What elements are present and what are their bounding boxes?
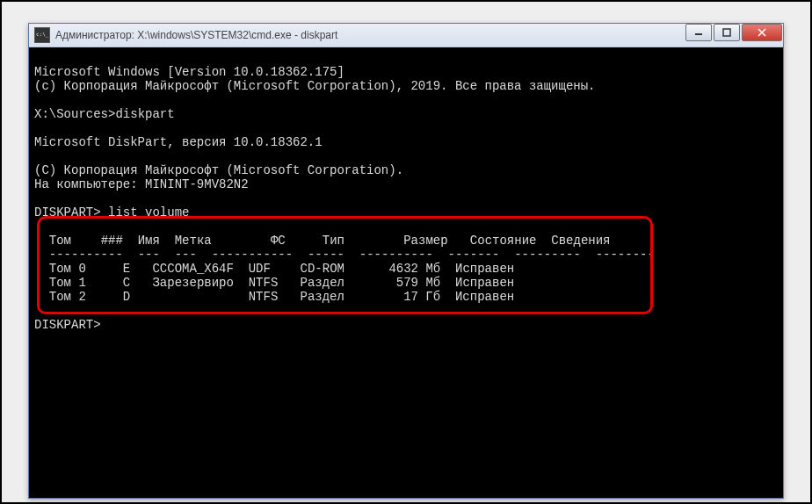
- col-fs: ФС: [271, 234, 286, 248]
- cmd-icon: [34, 27, 50, 43]
- titlebar-left: Администратор: X:\windows\SYSTEM32\cmd.e…: [34, 27, 337, 43]
- sep-info: --------: [596, 248, 655, 262]
- diskpart-computer: На компьютере: MININT-9MV82N2: [34, 177, 249, 191]
- col-info: Сведения: [551, 234, 610, 248]
- close-button[interactable]: [742, 24, 782, 41]
- sep-name: ---: [175, 248, 197, 262]
- close-icon: [758, 28, 766, 37]
- minimize-button[interactable]: [685, 24, 712, 41]
- diskpart-copyright: (C) Корпорация Майкрософт (Microsoft Cor…: [34, 163, 403, 177]
- diskpart-version: Microsoft DiskPart, версия 10.0.18362.1: [34, 135, 323, 149]
- sep-type: ----------: [359, 248, 433, 262]
- diskpart-prompt-2: DISKPART>: [34, 318, 101, 332]
- svg-rect-0: [695, 33, 702, 35]
- prompt-command: diskpart: [115, 107, 174, 121]
- table-row: Том 0 E CCCOMA_X64F UDF CD-ROM 4632 Мб И…: [49, 262, 514, 276]
- line-copyright: (c) Корпорация Майкрософт (Microsoft Cor…: [34, 79, 596, 93]
- col-status: Состояние: [470, 234, 537, 248]
- window-title: Администратор: X:\windows\SYSTEM32\cmd.e…: [55, 29, 337, 41]
- diskpart-prompt: DISKPART>: [34, 205, 101, 220]
- sep-fs: -----: [308, 248, 344, 262]
- table-row: Том 2 D NTFS Раздел 17 Гб Исправен: [49, 290, 514, 304]
- col-label: Метка: [175, 234, 212, 248]
- window-controls: [685, 24, 783, 47]
- minimize-icon: [694, 28, 703, 37]
- diskpart-command: list volume: [108, 205, 189, 220]
- sep-num: ---: [138, 248, 160, 262]
- cmd-window: Администратор: X:\windows\SYSTEM32\cmd.e…: [28, 23, 784, 499]
- table-row: Том 1 C Зарезервиро NTFS Раздел 579 Мб И…: [49, 276, 514, 290]
- line-version: Microsoft Windows [Version 10.0.18362.17…: [34, 65, 344, 79]
- svg-rect-1: [723, 29, 730, 36]
- col-name: Имя: [138, 234, 160, 248]
- prompt-path: X:\Sources>: [34, 107, 115, 121]
- maximize-button[interactable]: [714, 24, 740, 41]
- col-size: Размер: [403, 234, 447, 248]
- maximize-icon: [722, 28, 731, 37]
- col-num: ###: [101, 234, 123, 248]
- sep-tom: ----------: [49, 248, 123, 262]
- titlebar[interactable]: Администратор: X:\windows\SYSTEM32\cmd.e…: [29, 24, 783, 47]
- col-tom: Том: [49, 234, 71, 248]
- sep-status: ---------: [514, 248, 581, 262]
- console-output[interactable]: Microsoft Windows [Version 10.0.18362.17…: [29, 47, 783, 498]
- sep-size: -------: [448, 248, 500, 262]
- col-type: Тип: [323, 234, 344, 248]
- sep-label: -----------: [212, 248, 293, 262]
